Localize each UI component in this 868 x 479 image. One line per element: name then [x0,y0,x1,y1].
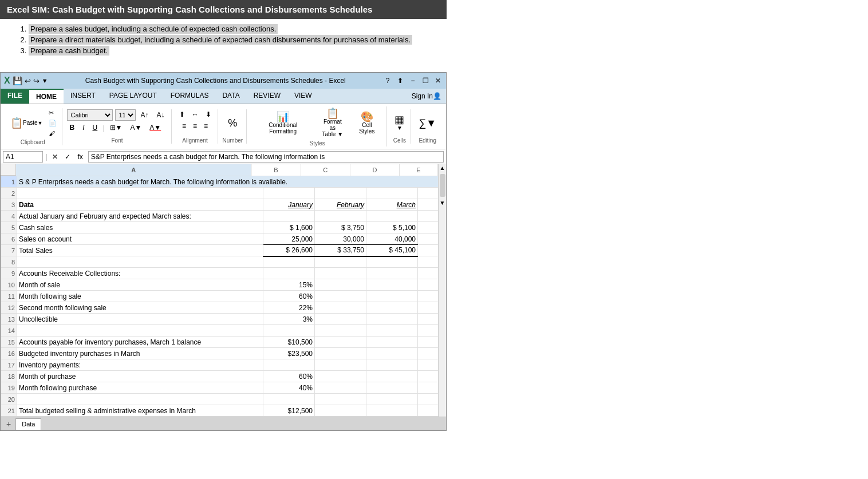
cell-reference-box[interactable] [3,151,43,163]
font-size-select[interactable]: 11 [115,109,136,121]
cell-e15[interactable] [418,337,439,348]
signin-area[interactable]: Sign In 👤 [412,89,446,104]
cell-c10[interactable] [315,279,366,291]
col-header-c[interactable]: C [301,164,350,176]
italic-button[interactable]: I [80,122,87,133]
cell-b3[interactable]: January [263,199,315,211]
cell-b2[interactable] [263,188,315,199]
cell-e10[interactable] [418,279,439,291]
save-icon[interactable]: 💾 [13,76,22,85]
font-color-button[interactable]: A▼ [147,122,164,133]
cell-c21[interactable] [315,405,366,417]
cell-b20[interactable] [263,394,315,405]
cell-d7[interactable]: $ 45,100 [366,245,418,256]
cell-c19[interactable] [315,382,366,394]
cell-d8[interactable] [366,256,418,268]
tab-data[interactable]: DATA [215,89,246,104]
vertical-scrollbar[interactable]: ▲ ▼ [438,164,446,417]
cell-b6[interactable]: 25,000 [263,233,315,245]
conditional-formatting-button[interactable]: 📊 Conditional Formatting [251,110,314,136]
cell-d15[interactable] [366,337,418,348]
format-as-table-button[interactable]: 📋 Format as Table ▼ [317,106,348,139]
cell-a10[interactable]: Month of sale [17,279,263,291]
cell-a21[interactable]: Total budgeted selling & administrative … [17,405,263,417]
cell-c18[interactable] [315,371,366,382]
cell-e8[interactable] [418,256,439,268]
col-header-d[interactable]: D [350,164,400,176]
cell-c9[interactable] [315,268,366,279]
cell-d9[interactable] [366,268,418,279]
cell-a16[interactable]: Budgeted inventory purchases in March [17,348,263,359]
cell-e12[interactable] [418,302,439,314]
cell-e9[interactable] [418,268,439,279]
cell-c2[interactable] [315,188,366,199]
cell-c6[interactable]: 30,000 [315,233,366,245]
cell-d20[interactable] [366,394,418,405]
align-right-button[interactable]: ≡ [201,121,211,131]
cell-b9[interactable] [263,268,315,279]
cell-c16[interactable] [315,348,366,359]
cell-d10[interactable] [366,279,418,291]
minimize-button[interactable]: − [408,76,417,85]
tab-insert[interactable]: INSERT [64,89,102,104]
cell-b11[interactable]: 60% [263,291,315,302]
cell-d2[interactable] [366,188,418,199]
align-middle-button[interactable]: ↔ [189,109,202,120]
col-header-a[interactable]: A [16,164,252,176]
cell-styles-button[interactable]: 🎨 Cell Styles [350,110,383,136]
cell-c17[interactable] [315,359,366,371]
close-button[interactable]: ✕ [433,76,443,85]
cell-e4[interactable] [418,211,439,222]
cell-b10[interactable]: 15% [263,279,315,291]
scroll-down-arrow[interactable]: ▼ [439,199,446,207]
cell-a1[interactable]: S & P Enterprises needs a cash budget fo… [17,176,439,188]
cell-a18[interactable]: Month of purchase [17,371,263,382]
restore-button[interactable]: ❐ [421,76,430,85]
editing-button[interactable]: ∑▼ [416,116,439,130]
cell-e16[interactable] [418,348,439,359]
cell-b21[interactable]: $12,500 [263,405,315,417]
cells-button[interactable]: ▦ ▼ [392,113,407,133]
cell-e18[interactable] [418,371,439,382]
cell-d18[interactable] [366,371,418,382]
cell-c14[interactable] [315,325,366,337]
align-center-button[interactable]: ≡ [190,121,200,131]
decrease-font-button[interactable]: A↓ [154,110,168,120]
redo-icon[interactable]: ↪ [33,77,40,85]
cell-a4[interactable]: Actual January and February and expected… [17,211,263,222]
cell-e7[interactable] [418,245,439,256]
cell-a5[interactable]: Cash sales [17,222,263,233]
cell-e21[interactable] [418,405,439,417]
cell-b19[interactable]: 40% [263,382,315,394]
customize-icon[interactable]: ▼ [42,77,48,84]
cell-a17[interactable]: Inventory payments: [17,359,263,371]
cell-d16[interactable] [366,348,418,359]
cell-e5[interactable] [418,222,439,233]
scroll-thumb[interactable] [440,174,445,197]
format-painter-button[interactable]: 🖌 [47,129,58,138]
cell-b5[interactable]: $ 1,600 [263,222,315,233]
tab-formulas[interactable]: FORMULAS [164,89,216,104]
cell-b4[interactable] [263,211,315,222]
copy-button[interactable]: 📄 [47,118,58,128]
cell-b14[interactable] [263,325,315,337]
cell-a3[interactable]: Data [17,199,263,211]
cell-a7[interactable]: Total Sales [17,245,263,256]
cell-a8[interactable] [17,256,263,268]
col-header-b[interactable]: B [251,164,301,176]
cell-c7[interactable]: $ 33,750 [315,245,366,256]
cell-c3[interactable]: February [315,199,366,211]
cell-d13[interactable] [366,314,418,325]
cell-c11[interactable] [315,291,366,302]
increase-font-button[interactable]: A↑ [138,110,152,120]
cell-d5[interactable]: $ 5,100 [366,222,418,233]
cell-e3[interactable] [418,199,439,211]
cell-e19[interactable] [418,382,439,394]
cell-d17[interactable] [366,359,418,371]
cell-a15[interactable]: Accounts payable for inventory purchases… [17,337,263,348]
cell-e6[interactable] [418,233,439,245]
cell-d4[interactable] [366,211,418,222]
cell-a20[interactable] [17,394,263,405]
cell-a9[interactable]: Accounts Receivable Collections: [17,268,263,279]
cell-a19[interactable]: Month following purchase [17,382,263,394]
